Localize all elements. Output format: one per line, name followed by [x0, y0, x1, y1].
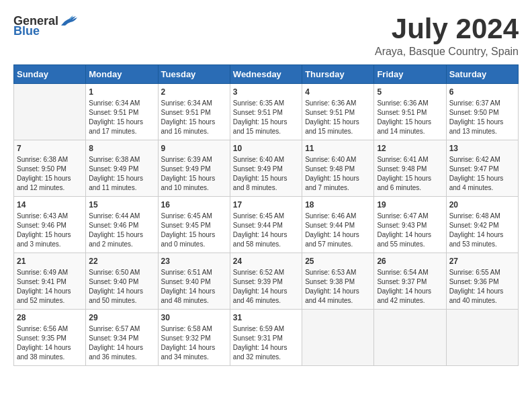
- logo-blue: Blue: [13, 24, 40, 38]
- day-info: Sunrise: 6:35 AM Sunset: 9:51 PM Dayligh…: [233, 99, 299, 136]
- logo: General Blue: [13, 13, 79, 38]
- calendar-cell: 16 Sunrise: 6:45 AM Sunset: 9:45 PM Dayl…: [158, 197, 230, 253]
- day-info: Sunrise: 6:39 AM Sunset: 9:49 PM Dayligh…: [161, 155, 227, 193]
- calendar-cell: 3 Sunrise: 6:35 AM Sunset: 9:51 PM Dayli…: [230, 84, 302, 140]
- calendar-cell: 13 Sunrise: 6:42 AM Sunset: 9:47 PM Dayl…: [446, 140, 518, 197]
- day-number: 9: [161, 144, 227, 153]
- day-number: 7: [17, 144, 83, 153]
- calendar-week-row: 14 Sunrise: 6:43 AM Sunset: 9:46 PM Dayl…: [14, 197, 519, 253]
- calendar-cell: 18 Sunrise: 6:46 AM Sunset: 9:44 PM Dayl…: [302, 197, 374, 253]
- day-info: Sunrise: 6:55 AM Sunset: 9:36 PM Dayligh…: [449, 268, 515, 306]
- day-info: Sunrise: 6:40 AM Sunset: 9:48 PM Dayligh…: [305, 155, 371, 193]
- calendar-cell: 5 Sunrise: 6:36 AM Sunset: 9:51 PM Dayli…: [374, 84, 446, 140]
- calendar-cell: [302, 310, 374, 366]
- day-number: 18: [305, 200, 371, 210]
- calendar-cell: 9 Sunrise: 6:39 AM Sunset: 9:49 PM Dayli…: [158, 140, 230, 197]
- day-number: 23: [161, 257, 227, 266]
- day-info: Sunrise: 6:47 AM Sunset: 9:43 PM Dayligh…: [377, 212, 443, 249]
- day-info: Sunrise: 6:50 AM Sunset: 9:40 PM Dayligh…: [89, 268, 154, 306]
- calendar-cell: 27 Sunrise: 6:55 AM Sunset: 9:36 PM Dayl…: [446, 253, 518, 310]
- day-number: 27: [449, 257, 515, 266]
- day-info: Sunrise: 6:52 AM Sunset: 9:39 PM Dayligh…: [233, 268, 299, 306]
- day-number: 25: [305, 257, 371, 266]
- day-info: Sunrise: 6:36 AM Sunset: 9:51 PM Dayligh…: [305, 99, 371, 136]
- title-area: July 2024 Araya, Basque Country, Spain: [375, 13, 519, 58]
- weekday-header-saturday: Saturday: [446, 65, 518, 84]
- calendar-cell: [374, 310, 446, 366]
- day-info: Sunrise: 6:38 AM Sunset: 9:49 PM Dayligh…: [89, 155, 154, 193]
- weekday-header-row: SundayMondayTuesdayWednesdayThursdayFrid…: [14, 65, 519, 84]
- calendar-cell: 23 Sunrise: 6:51 AM Sunset: 9:40 PM Dayl…: [158, 253, 230, 310]
- day-number: 26: [377, 257, 443, 266]
- day-number: 29: [89, 313, 154, 322]
- day-number: 11: [305, 144, 371, 153]
- day-info: Sunrise: 6:58 AM Sunset: 9:32 PM Dayligh…: [161, 324, 227, 362]
- calendar-cell: 7 Sunrise: 6:38 AM Sunset: 9:50 PM Dayli…: [14, 140, 86, 197]
- day-info: Sunrise: 6:34 AM Sunset: 9:51 PM Dayligh…: [89, 99, 154, 136]
- day-number: 15: [89, 200, 154, 210]
- day-info: Sunrise: 6:45 AM Sunset: 9:45 PM Dayligh…: [161, 212, 227, 249]
- logo-bird-icon: [60, 13, 79, 28]
- weekday-header-sunday: Sunday: [14, 65, 86, 84]
- day-number: 13: [449, 144, 515, 153]
- weekday-header-monday: Monday: [86, 65, 158, 84]
- calendar-cell: 26 Sunrise: 6:54 AM Sunset: 9:37 PM Dayl…: [374, 253, 446, 310]
- day-number: 30: [161, 313, 227, 322]
- day-info: Sunrise: 6:45 AM Sunset: 9:44 PM Dayligh…: [233, 212, 299, 249]
- calendar-cell: 19 Sunrise: 6:47 AM Sunset: 9:43 PM Dayl…: [374, 197, 446, 253]
- day-number: 10: [233, 144, 299, 153]
- day-info: Sunrise: 6:54 AM Sunset: 9:37 PM Dayligh…: [377, 268, 443, 306]
- calendar-cell: 10 Sunrise: 6:40 AM Sunset: 9:49 PM Dayl…: [230, 140, 302, 197]
- day-number: 20: [449, 200, 515, 210]
- location-title: Araya, Basque Country, Spain: [375, 46, 519, 58]
- calendar-cell: 12 Sunrise: 6:41 AM Sunset: 9:48 PM Dayl…: [374, 140, 446, 197]
- day-info: Sunrise: 6:36 AM Sunset: 9:51 PM Dayligh…: [377, 99, 443, 136]
- day-info: Sunrise: 6:49 AM Sunset: 9:41 PM Dayligh…: [17, 268, 83, 306]
- day-info: Sunrise: 6:53 AM Sunset: 9:38 PM Dayligh…: [305, 268, 371, 306]
- day-info: Sunrise: 6:57 AM Sunset: 9:34 PM Dayligh…: [89, 324, 154, 362]
- day-number: 17: [233, 200, 299, 210]
- day-info: Sunrise: 6:51 AM Sunset: 9:40 PM Dayligh…: [161, 268, 227, 306]
- calendar-cell: 20 Sunrise: 6:48 AM Sunset: 9:42 PM Dayl…: [446, 197, 518, 253]
- day-number: 6: [449, 87, 515, 97]
- day-info: Sunrise: 6:38 AM Sunset: 9:50 PM Dayligh…: [17, 155, 83, 193]
- day-info: Sunrise: 6:34 AM Sunset: 9:51 PM Dayligh…: [161, 99, 227, 136]
- weekday-header-thursday: Thursday: [302, 65, 374, 84]
- day-number: 1: [89, 87, 154, 97]
- day-info: Sunrise: 6:40 AM Sunset: 9:49 PM Dayligh…: [233, 155, 299, 193]
- day-number: 16: [161, 200, 227, 210]
- calendar-cell: [14, 84, 86, 140]
- day-number: 4: [305, 87, 371, 97]
- calendar-cell: 25 Sunrise: 6:53 AM Sunset: 9:38 PM Dayl…: [302, 253, 374, 310]
- calendar-week-row: 1 Sunrise: 6:34 AM Sunset: 9:51 PM Dayli…: [14, 84, 519, 140]
- day-number: 21: [17, 257, 83, 266]
- day-number: 8: [89, 144, 154, 153]
- day-number: 31: [233, 313, 299, 322]
- calendar-cell: 1 Sunrise: 6:34 AM Sunset: 9:51 PM Dayli…: [86, 84, 158, 140]
- day-number: 5: [377, 87, 443, 97]
- calendar-cell: 14 Sunrise: 6:43 AM Sunset: 9:46 PM Dayl…: [14, 197, 86, 253]
- calendar-week-row: 28 Sunrise: 6:56 AM Sunset: 9:35 PM Dayl…: [14, 310, 519, 366]
- day-info: Sunrise: 6:37 AM Sunset: 9:50 PM Dayligh…: [449, 99, 515, 136]
- calendar-cell: 8 Sunrise: 6:38 AM Sunset: 9:49 PM Dayli…: [86, 140, 158, 197]
- day-info: Sunrise: 6:42 AM Sunset: 9:47 PM Dayligh…: [449, 155, 515, 193]
- calendar-cell: 11 Sunrise: 6:40 AM Sunset: 9:48 PM Dayl…: [302, 140, 374, 197]
- calendar-cell: 4 Sunrise: 6:36 AM Sunset: 9:51 PM Dayli…: [302, 84, 374, 140]
- day-info: Sunrise: 6:56 AM Sunset: 9:35 PM Dayligh…: [17, 324, 83, 362]
- calendar-cell: 22 Sunrise: 6:50 AM Sunset: 9:40 PM Dayl…: [86, 253, 158, 310]
- calendar-cell: 15 Sunrise: 6:44 AM Sunset: 9:46 PM Dayl…: [86, 197, 158, 253]
- calendar-cell: 17 Sunrise: 6:45 AM Sunset: 9:44 PM Dayl…: [230, 197, 302, 253]
- weekday-header-friday: Friday: [374, 65, 446, 84]
- calendar-cell: 31 Sunrise: 6:59 AM Sunset: 9:31 PM Dayl…: [230, 310, 302, 366]
- calendar-cell: [446, 310, 518, 366]
- day-info: Sunrise: 6:48 AM Sunset: 9:42 PM Dayligh…: [449, 212, 515, 249]
- day-number: 28: [17, 313, 83, 322]
- calendar-cell: 28 Sunrise: 6:56 AM Sunset: 9:35 PM Dayl…: [14, 310, 86, 366]
- calendar-week-row: 7 Sunrise: 6:38 AM Sunset: 9:50 PM Dayli…: [14, 140, 519, 197]
- calendar-cell: 21 Sunrise: 6:49 AM Sunset: 9:41 PM Dayl…: [14, 253, 86, 310]
- weekday-header-tuesday: Tuesday: [158, 65, 230, 84]
- month-title: July 2024: [375, 13, 519, 44]
- calendar-cell: 29 Sunrise: 6:57 AM Sunset: 9:34 PM Dayl…: [86, 310, 158, 366]
- calendar-cell: 30 Sunrise: 6:58 AM Sunset: 9:32 PM Dayl…: [158, 310, 230, 366]
- day-info: Sunrise: 6:43 AM Sunset: 9:46 PM Dayligh…: [17, 212, 83, 249]
